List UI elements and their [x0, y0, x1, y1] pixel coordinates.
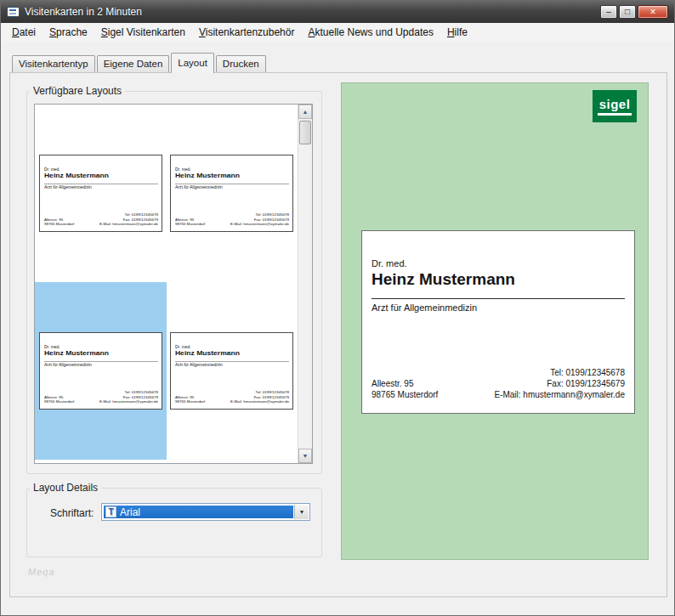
- business-card-mini: Dr. med. Heinz Mustermann Arzt für Allge…: [171, 333, 293, 410]
- card-contact: Tel: 0199/12345678Fax: 0199/12345679E-Ma…: [99, 390, 158, 404]
- combo-dropdown-button[interactable]: ▼: [294, 505, 309, 519]
- card-name: Heinz Mustermann: [175, 172, 240, 179]
- card-contact: Tel: 0199/12345678Fax: 0199/12345679E-Ma…: [230, 390, 289, 404]
- tab-layout[interactable]: Layout: [171, 53, 214, 73]
- maximize-icon: □: [625, 8, 630, 16]
- layouts-grid: Dr. med. Heinz Mustermann Arzt für Allge…: [35, 105, 298, 463]
- card-prefix: Dr. med.: [44, 167, 60, 171]
- card-prefix: Dr. med.: [175, 167, 191, 171]
- card-profession: Arzt für Allgemeinmedizin: [372, 302, 477, 313]
- menu-sigel-visitenkarten[interactable]: Sigel Visitenkarten: [94, 24, 192, 41]
- app-window: Visitenkarten in 2 Minuten – □ × Datei S…: [0, 0, 675, 616]
- minimize-icon: –: [606, 8, 611, 16]
- card-preview-panel: sigel Dr. med. Heinz Mustermann Arzt für…: [341, 82, 649, 560]
- menu-visitenkartenzubehoer[interactable]: Visitenkartenzubehör: [192, 24, 302, 41]
- layout-thumbnail-2[interactable]: Dr. med. Heinz Mustermann Arzt für Allge…: [167, 105, 298, 282]
- truetype-font-icon: T: [105, 506, 116, 517]
- close-button[interactable]: ×: [638, 5, 668, 19]
- font-combobox[interactable]: T Arial ▼: [101, 503, 310, 521]
- card-contact: Tel: 0199/12345678Fax: 0199/12345679E-Ma…: [494, 367, 625, 400]
- sigel-logo-text: sigel: [599, 98, 631, 110]
- layout-thumbnail-card: Dr. med. Heinz Mustermann Arzt für Allge…: [170, 155, 293, 232]
- layout-details-groupbox: [26, 488, 322, 557]
- card-prefix: Dr. med.: [175, 344, 191, 348]
- card-address: Alleestr. 9598765 Musterdorf: [44, 218, 74, 227]
- card-address: Alleestr. 9598765 Musterdorf: [175, 395, 205, 404]
- card-profession: Arzt für Allgemeinmedizin: [175, 363, 223, 367]
- watermark-text: Meqa: [28, 567, 55, 577]
- card-profession: Arzt für Allgemeinmedizin: [44, 185, 92, 189]
- layout-thumbnail-card: Dr. med. Heinz Mustermann Arzt für Allge…: [39, 155, 162, 232]
- card-contact: Tel: 0199/12345678Fax: 0199/12345679E-Ma…: [99, 212, 158, 226]
- card-address: Alleestr. 9598765 Musterdorf: [44, 395, 74, 404]
- layouts-group-title: Verfügbare Layouts: [30, 85, 125, 97]
- menubar: Datei Sprache Sigel Visitenkarten Visite…: [1, 23, 674, 42]
- scrollbar-thumb[interactable]: [299, 121, 311, 144]
- card-profession: Arzt für Allgemeinmedizin: [175, 185, 223, 189]
- business-card-mini: Dr. med. Heinz Mustermann Arzt für Allge…: [171, 155, 293, 232]
- layout-thumbnail-card: Dr. med. Heinz Mustermann Arzt für Allge…: [39, 332, 162, 410]
- chevron-down-icon: ▼: [299, 509, 305, 515]
- font-value: Arial: [120, 506, 140, 518]
- tab-visitenkartentyp[interactable]: Visitenkartentyp: [12, 55, 95, 72]
- layouts-listbox[interactable]: Dr. med. Heinz Mustermann Arzt für Allge…: [34, 104, 313, 464]
- card-name: Heinz Mustermann: [44, 349, 109, 357]
- font-selected-item[interactable]: T Arial: [104, 506, 293, 518]
- card-prefix: Dr. med.: [372, 258, 407, 268]
- minimize-button[interactable]: –: [600, 5, 617, 19]
- card-address: Alleestr. 9598765 Musterdorf: [372, 378, 438, 400]
- font-label: Schriftart:: [50, 507, 94, 519]
- menu-sprache[interactable]: Sprache: [43, 24, 94, 41]
- menu-datei[interactable]: Datei: [5, 24, 43, 41]
- sigel-logo: sigel: [593, 90, 637, 122]
- business-card-mini: Dr. med. Heinz Mustermann Arzt für Allge…: [40, 155, 162, 232]
- card-divider: [372, 298, 625, 299]
- app-icon: [7, 7, 20, 17]
- card-address: Alleestr. 9598765 Musterdorf: [175, 218, 205, 227]
- business-card-preview: Dr. med. Heinz Mustermann Arzt für Allge…: [361, 230, 635, 414]
- card-name: Heinz Mustermann: [44, 172, 109, 179]
- layout-thumbnail-card: Dr. med. Heinz Mustermann Arzt für Allge…: [170, 332, 293, 410]
- scroll-down-button[interactable]: ▼: [298, 449, 312, 463]
- sigel-logo-underline: [598, 113, 632, 116]
- card-profession: Arzt für Allgemeinmedizin: [44, 363, 92, 367]
- scroll-down-icon: ▼: [303, 453, 309, 459]
- card-contact: Tel: 0199/12345678Fax: 0199/12345679E-Ma…: [230, 212, 289, 226]
- layout-thumbnail-4[interactable]: Dr. med. Heinz Mustermann Arzt für Allge…: [167, 282, 298, 460]
- window-controls: – □ ×: [600, 5, 668, 19]
- card-name: Heinz Mustermann: [175, 349, 240, 357]
- scroll-up-icon: ▲: [303, 109, 309, 115]
- card-name: Heinz Mustermann: [372, 270, 515, 289]
- tabstrip: Visitenkartentyp Eigene Daten Layout Dru…: [12, 53, 268, 72]
- business-card: Dr. med. Heinz Mustermann Arzt für Allge…: [362, 231, 634, 413]
- titlebar[interactable]: Visitenkarten in 2 Minuten – □ ×: [1, 1, 674, 23]
- menu-hilfe[interactable]: Hilfe: [440, 24, 474, 41]
- layout-details-title: Layout Details: [30, 482, 101, 494]
- tab-drucken[interactable]: Drucken: [216, 55, 266, 72]
- business-card-mini: Dr. med. Heinz Mustermann Arzt für Allge…: [40, 333, 162, 410]
- maximize-button[interactable]: □: [619, 5, 636, 19]
- card-prefix: Dr. med.: [44, 344, 60, 348]
- layout-thumbnail-1[interactable]: Dr. med. Heinz Mustermann Arzt für Allge…: [35, 105, 167, 282]
- menu-news-updates[interactable]: Aktuelle News und Updates: [301, 24, 440, 41]
- window-title: Visitenkarten in 2 Minuten: [25, 6, 142, 18]
- close-icon: ×: [649, 7, 655, 17]
- vertical-scrollbar[interactable]: ▲ ▼: [298, 105, 312, 463]
- scroll-up-button[interactable]: ▲: [298, 105, 312, 119]
- layout-thumbnail-3-selected[interactable]: Dr. med. Heinz Mustermann Arzt für Allge…: [35, 282, 167, 460]
- tab-eigene-daten[interactable]: Eigene Daten: [97, 55, 170, 72]
